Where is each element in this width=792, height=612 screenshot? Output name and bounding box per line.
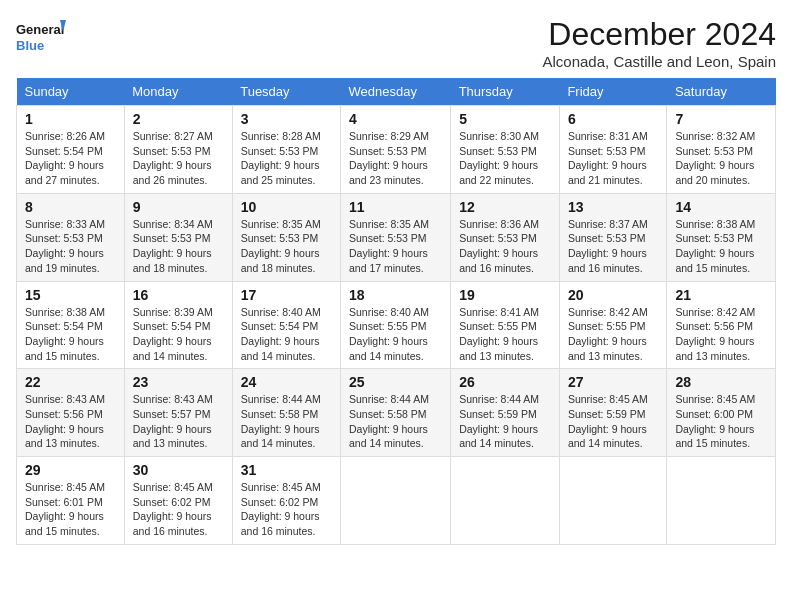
day-number: 14 [675, 199, 767, 215]
page-subtitle: Alconada, Castille and Leon, Spain [543, 53, 777, 70]
calendar-cell: 19Sunrise: 8:41 AM Sunset: 5:55 PM Dayli… [451, 281, 560, 369]
day-info: Sunrise: 8:38 AM Sunset: 5:54 PM Dayligh… [25, 306, 105, 362]
col-saturday: Saturday [667, 78, 776, 106]
header-row: Sunday Monday Tuesday Wednesday Thursday… [17, 78, 776, 106]
day-info: Sunrise: 8:40 AM Sunset: 5:54 PM Dayligh… [241, 306, 321, 362]
calendar-cell [667, 457, 776, 545]
day-info: Sunrise: 8:27 AM Sunset: 5:53 PM Dayligh… [133, 130, 213, 186]
day-number: 6 [568, 111, 659, 127]
day-info: Sunrise: 8:44 AM Sunset: 5:59 PM Dayligh… [459, 393, 539, 449]
day-info: Sunrise: 8:45 AM Sunset: 5:59 PM Dayligh… [568, 393, 648, 449]
page-header: General Blue December 2024 Alconada, Cas… [16, 16, 776, 70]
calendar-body: 1Sunrise: 8:26 AM Sunset: 5:54 PM Daylig… [17, 106, 776, 545]
day-number: 20 [568, 287, 659, 303]
day-number: 4 [349, 111, 442, 127]
day-number: 26 [459, 374, 551, 390]
day-info: Sunrise: 8:28 AM Sunset: 5:53 PM Dayligh… [241, 130, 321, 186]
calendar-cell: 9Sunrise: 8:34 AM Sunset: 5:53 PM Daylig… [124, 193, 232, 281]
day-info: Sunrise: 8:33 AM Sunset: 5:53 PM Dayligh… [25, 218, 105, 274]
calendar-table: Sunday Monday Tuesday Wednesday Thursday… [16, 78, 776, 545]
day-number: 21 [675, 287, 767, 303]
day-info: Sunrise: 8:44 AM Sunset: 5:58 PM Dayligh… [241, 393, 321, 449]
day-number: 8 [25, 199, 116, 215]
title-block: December 2024 Alconada, Castille and Leo… [543, 16, 777, 70]
day-number: 24 [241, 374, 332, 390]
day-info: Sunrise: 8:37 AM Sunset: 5:53 PM Dayligh… [568, 218, 648, 274]
day-number: 27 [568, 374, 659, 390]
day-info: Sunrise: 8:35 AM Sunset: 5:53 PM Dayligh… [241, 218, 321, 274]
calendar-cell: 7Sunrise: 8:32 AM Sunset: 5:53 PM Daylig… [667, 106, 776, 194]
day-number: 25 [349, 374, 442, 390]
day-number: 22 [25, 374, 116, 390]
day-info: Sunrise: 8:30 AM Sunset: 5:53 PM Dayligh… [459, 130, 539, 186]
calendar-week-3: 15Sunrise: 8:38 AM Sunset: 5:54 PM Dayli… [17, 281, 776, 369]
calendar-header: Sunday Monday Tuesday Wednesday Thursday… [17, 78, 776, 106]
calendar-cell: 27Sunrise: 8:45 AM Sunset: 5:59 PM Dayli… [559, 369, 667, 457]
calendar-cell: 1Sunrise: 8:26 AM Sunset: 5:54 PM Daylig… [17, 106, 125, 194]
day-info: Sunrise: 8:42 AM Sunset: 5:55 PM Dayligh… [568, 306, 648, 362]
day-info: Sunrise: 8:45 AM Sunset: 6:02 PM Dayligh… [133, 481, 213, 537]
day-info: Sunrise: 8:26 AM Sunset: 5:54 PM Dayligh… [25, 130, 105, 186]
col-tuesday: Tuesday [232, 78, 340, 106]
day-number: 28 [675, 374, 767, 390]
calendar-cell: 21Sunrise: 8:42 AM Sunset: 5:56 PM Dayli… [667, 281, 776, 369]
calendar-cell: 11Sunrise: 8:35 AM Sunset: 5:53 PM Dayli… [340, 193, 450, 281]
day-number: 10 [241, 199, 332, 215]
calendar-cell: 18Sunrise: 8:40 AM Sunset: 5:55 PM Dayli… [340, 281, 450, 369]
day-info: Sunrise: 8:34 AM Sunset: 5:53 PM Dayligh… [133, 218, 213, 274]
calendar-cell: 26Sunrise: 8:44 AM Sunset: 5:59 PM Dayli… [451, 369, 560, 457]
calendar-cell [559, 457, 667, 545]
calendar-cell: 13Sunrise: 8:37 AM Sunset: 5:53 PM Dayli… [559, 193, 667, 281]
col-sunday: Sunday [17, 78, 125, 106]
day-number: 15 [25, 287, 116, 303]
day-number: 30 [133, 462, 224, 478]
day-number: 16 [133, 287, 224, 303]
calendar-week-5: 29Sunrise: 8:45 AM Sunset: 6:01 PM Dayli… [17, 457, 776, 545]
calendar-cell: 6Sunrise: 8:31 AM Sunset: 5:53 PM Daylig… [559, 106, 667, 194]
day-number: 17 [241, 287, 332, 303]
calendar-cell: 31Sunrise: 8:45 AM Sunset: 6:02 PM Dayli… [232, 457, 340, 545]
logo-svg: General Blue [16, 16, 66, 56]
day-info: Sunrise: 8:36 AM Sunset: 5:53 PM Dayligh… [459, 218, 539, 274]
day-number: 18 [349, 287, 442, 303]
day-info: Sunrise: 8:43 AM Sunset: 5:56 PM Dayligh… [25, 393, 105, 449]
calendar-week-4: 22Sunrise: 8:43 AM Sunset: 5:56 PM Dayli… [17, 369, 776, 457]
day-number: 11 [349, 199, 442, 215]
calendar-cell: 22Sunrise: 8:43 AM Sunset: 5:56 PM Dayli… [17, 369, 125, 457]
col-monday: Monday [124, 78, 232, 106]
svg-text:Blue: Blue [16, 38, 44, 53]
svg-text:General: General [16, 22, 64, 37]
day-info: Sunrise: 8:45 AM Sunset: 6:02 PM Dayligh… [241, 481, 321, 537]
calendar-cell: 17Sunrise: 8:40 AM Sunset: 5:54 PM Dayli… [232, 281, 340, 369]
calendar-week-2: 8Sunrise: 8:33 AM Sunset: 5:53 PM Daylig… [17, 193, 776, 281]
day-number: 19 [459, 287, 551, 303]
col-thursday: Thursday [451, 78, 560, 106]
calendar-cell: 4Sunrise: 8:29 AM Sunset: 5:53 PM Daylig… [340, 106, 450, 194]
day-number: 3 [241, 111, 332, 127]
day-info: Sunrise: 8:38 AM Sunset: 5:53 PM Dayligh… [675, 218, 755, 274]
calendar-cell: 23Sunrise: 8:43 AM Sunset: 5:57 PM Dayli… [124, 369, 232, 457]
day-number: 2 [133, 111, 224, 127]
calendar-cell: 5Sunrise: 8:30 AM Sunset: 5:53 PM Daylig… [451, 106, 560, 194]
day-info: Sunrise: 8:44 AM Sunset: 5:58 PM Dayligh… [349, 393, 429, 449]
calendar-cell [340, 457, 450, 545]
calendar-cell: 2Sunrise: 8:27 AM Sunset: 5:53 PM Daylig… [124, 106, 232, 194]
day-number: 13 [568, 199, 659, 215]
day-info: Sunrise: 8:41 AM Sunset: 5:55 PM Dayligh… [459, 306, 539, 362]
day-info: Sunrise: 8:45 AM Sunset: 6:00 PM Dayligh… [675, 393, 755, 449]
day-info: Sunrise: 8:43 AM Sunset: 5:57 PM Dayligh… [133, 393, 213, 449]
calendar-cell: 8Sunrise: 8:33 AM Sunset: 5:53 PM Daylig… [17, 193, 125, 281]
calendar-cell: 15Sunrise: 8:38 AM Sunset: 5:54 PM Dayli… [17, 281, 125, 369]
calendar-cell: 3Sunrise: 8:28 AM Sunset: 5:53 PM Daylig… [232, 106, 340, 194]
calendar-cell: 12Sunrise: 8:36 AM Sunset: 5:53 PM Dayli… [451, 193, 560, 281]
day-number: 7 [675, 111, 767, 127]
logo: General Blue [16, 16, 66, 56]
calendar-cell: 16Sunrise: 8:39 AM Sunset: 5:54 PM Dayli… [124, 281, 232, 369]
day-number: 12 [459, 199, 551, 215]
day-info: Sunrise: 8:31 AM Sunset: 5:53 PM Dayligh… [568, 130, 648, 186]
day-info: Sunrise: 8:29 AM Sunset: 5:53 PM Dayligh… [349, 130, 429, 186]
day-info: Sunrise: 8:35 AM Sunset: 5:53 PM Dayligh… [349, 218, 429, 274]
calendar-cell: 28Sunrise: 8:45 AM Sunset: 6:00 PM Dayli… [667, 369, 776, 457]
calendar-cell: 25Sunrise: 8:44 AM Sunset: 5:58 PM Dayli… [340, 369, 450, 457]
day-number: 5 [459, 111, 551, 127]
